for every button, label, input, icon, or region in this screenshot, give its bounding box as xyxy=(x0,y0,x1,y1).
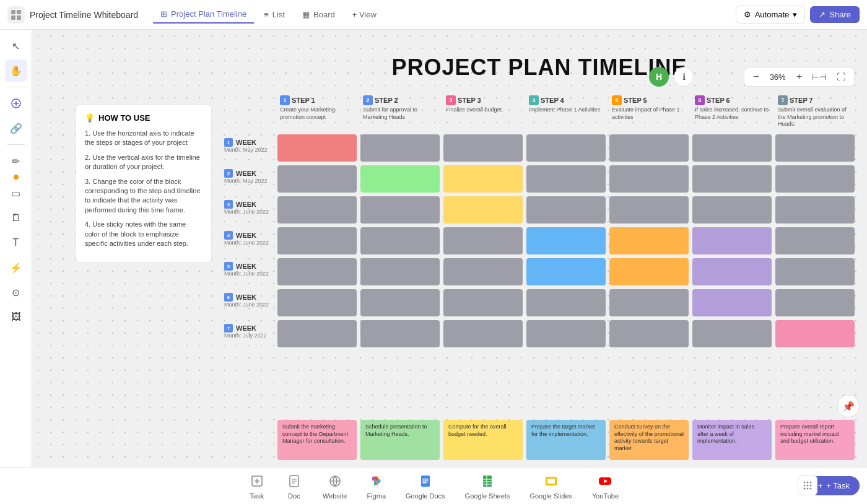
cell-1-4 xyxy=(526,134,606,162)
bottom-doc[interactable]: Doc xyxy=(285,472,303,500)
step-header-4: 4STEP 4 Implement Phase 1 Activities xyxy=(526,93,606,131)
main-area: ↖ ✋ 🔗 ✏ ▭ 🗒 T ⚡ ⊙ 🖼 H ℹ − 36% + ⊢⊣ ⛶ xyxy=(0,30,867,467)
cell-5-3 xyxy=(443,258,523,285)
cell-7-3 xyxy=(443,320,523,347)
cell-7-7 xyxy=(775,320,855,347)
link-tool[interactable]: 🔗 xyxy=(5,117,27,139)
image-tool[interactable]: 🖼 xyxy=(5,306,27,328)
sticky-4: Prepare the target market for the implem… xyxy=(526,420,606,460)
cell-5-6 xyxy=(692,258,772,285)
zoom-out-button[interactable]: − xyxy=(751,70,761,84)
bottom-youtube[interactable]: YouTube xyxy=(592,472,619,500)
bottom-google-sheets[interactable]: Google Sheets xyxy=(465,472,510,500)
week-label-6: 6 WEEK Month: June 2022 xyxy=(224,289,274,316)
svg-point-31 xyxy=(807,482,809,484)
cell-6-6 xyxy=(692,289,772,316)
pin-button[interactable]: 📌 xyxy=(837,395,860,417)
fit-to-screen-button[interactable]: ⊢⊣ xyxy=(809,71,829,83)
svg-point-33 xyxy=(804,485,806,487)
sticky-6: Monitor impact in sales after a week of … xyxy=(692,420,772,460)
cell-3-3 xyxy=(443,196,523,224)
tab-list[interactable]: ≡ List xyxy=(256,6,292,23)
hand-tool[interactable]: ✋ xyxy=(5,59,27,82)
share-button[interactable]: ↗ Share xyxy=(810,6,860,23)
how-to-item-1: 1. Use the horizontal axis to indicate t… xyxy=(85,129,203,148)
board-icon: ▦ xyxy=(302,10,310,19)
svg-rect-20 xyxy=(422,482,427,484)
note-tool[interactable]: 🗒 xyxy=(5,207,27,229)
cell-3-7 xyxy=(775,196,855,224)
cell-5-5 xyxy=(609,258,689,285)
cell-1-2 xyxy=(360,134,440,162)
automate-button[interactable]: ⚙ Automate ▾ xyxy=(736,6,806,24)
cell-5-1 xyxy=(277,258,357,285)
zoom-controls: − 36% + ⊢⊣ ⛶ xyxy=(744,67,855,87)
bottom-website[interactable]: Website xyxy=(323,472,347,500)
svg-rect-27 xyxy=(547,479,555,484)
cell-3-5 xyxy=(609,196,689,224)
cell-2-1 xyxy=(277,165,357,193)
sticky-notes-row1: Submit the marketing concept to the Depa… xyxy=(224,420,855,460)
nav-tabs: ⊞ Project Plan Timeline ≡ List ▦ Board +… xyxy=(153,6,384,24)
connector-tool[interactable]: ⚡ xyxy=(5,256,27,279)
fullscreen-button[interactable]: ⛶ xyxy=(834,71,848,83)
tab-board[interactable]: ▦ Board xyxy=(295,6,342,23)
cell-6-5 xyxy=(609,289,689,316)
how-to-use-panel: 💡 HOW TO USE 1. Use the horizontal axis … xyxy=(76,104,212,263)
cell-4-1 xyxy=(277,227,357,254)
svg-rect-21 xyxy=(483,476,492,487)
tab-icon: ⊞ xyxy=(160,9,167,19)
website-icon xyxy=(326,472,344,490)
cell-3-6 xyxy=(692,196,772,224)
week-label-5: 5 WEEK Month: June 2022 xyxy=(224,258,274,285)
how-to-title: 💡 HOW TO USE xyxy=(85,113,203,123)
text-tool[interactable]: T xyxy=(5,232,27,254)
topbar: Project Timeline Whiteboard ⊞ Project Pl… xyxy=(0,0,867,30)
svg-point-30 xyxy=(804,482,806,484)
step-header-7: 7STEP 7 Submit overall evaluation of the… xyxy=(775,93,855,131)
svg-rect-1 xyxy=(17,10,21,14)
doc-icon xyxy=(285,472,303,490)
cell-4-4 xyxy=(526,227,606,254)
bottom-figma[interactable]: Figma xyxy=(367,472,386,500)
step-header-3: 3STEP 3 Finalize overall budget. xyxy=(443,93,523,131)
cell-4-2 xyxy=(360,227,440,254)
tab-view[interactable]: + View xyxy=(345,6,384,23)
cell-2-5 xyxy=(609,165,689,193)
timeline-grid: 1STEP 1 Create your Marketing promotion … xyxy=(224,93,855,347)
network-tool[interactable]: ⊙ xyxy=(5,281,27,303)
svg-point-32 xyxy=(810,482,812,484)
timeline-wrapper: PROJECT PLAN TIMELINE 1STEP 1 Create you… xyxy=(224,54,855,347)
cursor-tool[interactable]: ↖ xyxy=(5,35,27,57)
bottom-google-docs[interactable]: Google Docs xyxy=(406,472,445,500)
cell-1-3 xyxy=(443,134,523,162)
bottom-task[interactable]: Task xyxy=(248,472,266,500)
bulb-icon: 💡 xyxy=(85,113,95,123)
cell-2-6 xyxy=(692,165,772,193)
list-icon: ≡ xyxy=(264,10,269,19)
task-icon xyxy=(248,472,266,490)
grid-corner xyxy=(224,93,274,131)
zoom-in-button[interactable]: + xyxy=(794,70,804,84)
youtube-icon xyxy=(596,472,614,490)
add-tool[interactable] xyxy=(5,92,27,115)
zoom-level: 36% xyxy=(767,72,789,82)
shape-tool[interactable]: ▭ xyxy=(5,182,27,204)
toolbar-divider-2 xyxy=(7,144,25,145)
pen-tool[interactable]: ✏ xyxy=(5,150,27,172)
svg-rect-0 xyxy=(11,10,15,14)
info-button[interactable]: ℹ xyxy=(674,67,694,87)
canvas-area[interactable]: H ℹ − 36% + ⊢⊣ ⛶ 💡 HOW TO USE 1. Use the… xyxy=(32,30,867,467)
grid-view-button[interactable] xyxy=(798,476,817,495)
figma-icon xyxy=(368,472,385,490)
tab-project-plan[interactable]: ⊞ Project Plan Timeline xyxy=(153,6,254,24)
svg-rect-19 xyxy=(422,480,429,482)
cell-4-7 xyxy=(775,227,855,254)
toolbar-divider xyxy=(7,87,25,87)
how-to-item-3: 3. Change the color of the block corresp… xyxy=(85,177,203,215)
google-slides-icon xyxy=(542,472,560,490)
bottom-google-slides[interactable]: Google Slides xyxy=(529,472,572,500)
plus-icon: + xyxy=(818,481,823,490)
cell-3-4 xyxy=(526,196,606,224)
step-header-5: 5STEP 5 Evaluate impact of Phase 1 activ… xyxy=(609,93,689,131)
